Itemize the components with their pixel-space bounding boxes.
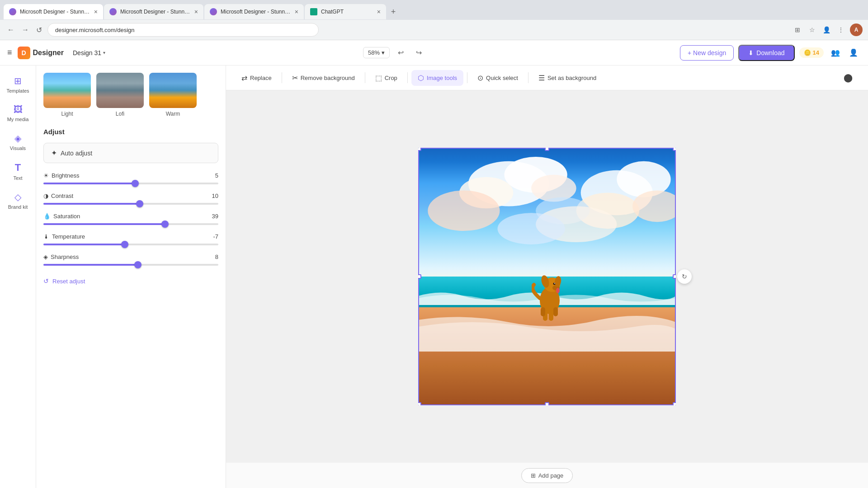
reset-adjust-button[interactable]: ↺ Reset adjust (43, 274, 218, 288)
sidebar-item-templates[interactable]: ⊞ Templates (3, 71, 33, 98)
tab-chatgpt[interactable]: ChatGPT × (305, 4, 386, 19)
browser-icons: ⊞ ☆ 👤 ⋮ A (792, 23, 863, 36)
saturation-icon: 💧 (43, 213, 51, 220)
profile-icon[interactable]: 👤 (821, 24, 832, 35)
tab-close-2[interactable]: × (194, 8, 198, 15)
remove-background-tool-button[interactable]: ✂ Remove background (286, 70, 361, 86)
brand-kit-label: Brand kit (8, 204, 28, 210)
canvas-refresh-button[interactable]: ↻ (677, 269, 692, 284)
filter-thumb-warm (149, 73, 197, 108)
crop-tool-button[interactable]: ⬚ Crop (369, 70, 404, 86)
contrast-label: ◑ Contrast (43, 192, 73, 199)
top-bar-icons: 👥 👤 (828, 46, 861, 60)
sharpness-track[interactable] (43, 264, 218, 266)
design-title-chevron: ▾ (103, 50, 105, 55)
account-icon[interactable]: 👤 (846, 46, 861, 60)
download-label: Download (756, 49, 784, 56)
left-sidebar: ⊞ Templates 🖼 My media ◈ Visuals T Text … (0, 66, 36, 488)
download-button[interactable]: ⬇ Download (738, 45, 794, 61)
sidebar-item-my-media[interactable]: 🖼 My media (3, 100, 33, 127)
filter-lofi[interactable]: Lofi (96, 73, 144, 117)
replace-tool-button[interactable]: ⇄ Replace (235, 70, 278, 86)
filter-previews: Light Lofi Warm (43, 73, 218, 117)
tab-close-1[interactable]: × (94, 8, 98, 15)
canvas-inner: ↻ (418, 148, 676, 405)
brightness-value: 5 (215, 172, 218, 179)
zoom-control[interactable]: 58% ▾ (363, 47, 390, 58)
svg-rect-18 (549, 310, 553, 321)
temperature-thumb[interactable] (121, 241, 128, 248)
sidebar-item-text[interactable]: T Text (3, 157, 33, 185)
temperature-value: -7 (213, 233, 218, 240)
extensions-icon[interactable]: ⊞ (792, 24, 803, 35)
image-tools-icon: ⬡ (418, 74, 424, 82)
undo-button[interactable]: ↩ (393, 46, 408, 60)
tab-close-3[interactable]: × (295, 8, 298, 15)
user-avatar[interactable]: A (850, 23, 863, 36)
new-tab-button[interactable]: + (387, 5, 400, 18)
tab-close-chatgpt[interactable]: × (377, 8, 381, 15)
sidebar-item-visuals[interactable]: ◈ Visuals (3, 128, 33, 155)
filter-warm[interactable]: Warm (149, 73, 197, 117)
saturation-thumb[interactable] (161, 221, 169, 228)
new-design-button[interactable]: + New design (680, 45, 734, 61)
share-icon[interactable]: 👥 (828, 46, 843, 60)
add-page-button[interactable]: ⊞ Add page (521, 468, 573, 483)
canvas-container[interactable]: ↻ ↻ (226, 90, 868, 463)
tab-ms-3[interactable]: Microsoft Designer - Stunning... × (204, 4, 304, 19)
coin-icon: 🪙 (804, 49, 811, 56)
back-button[interactable]: ← (5, 24, 16, 36)
toolbar-divider-5 (528, 72, 528, 83)
temperature-track[interactable] (43, 244, 218, 245)
toolbar-divider-3 (407, 72, 408, 83)
sharpness-header: ◈ Sharpness 8 (43, 253, 218, 260)
contrast-value: 10 (212, 192, 218, 199)
svg-point-22 (553, 282, 555, 285)
auto-adjust-button[interactable]: ✦ Auto adjust (43, 143, 218, 163)
set-bg-label: Set as background (547, 75, 596, 81)
saturation-track[interactable] (43, 223, 218, 225)
image-tools-tool-button[interactable]: ⬡ Image tools (411, 70, 463, 86)
tab-bar: Microsoft Designer - Stunning... × Micro… (0, 0, 868, 20)
logo-area[interactable]: D Designer (18, 47, 64, 59)
hamburger-menu[interactable]: ≡ (7, 48, 12, 57)
replace-label: Replace (250, 75, 272, 81)
contrast-track[interactable] (43, 203, 218, 205)
saturation-slider-group: 💧 Saturation 39 (43, 213, 218, 225)
brightness-thumb[interactable] (132, 180, 139, 187)
coin-count: 14 (813, 49, 819, 56)
canvas-image[interactable]: ↻ (418, 148, 676, 405)
tab-ms-2[interactable]: Microsoft Designer - Stunning... × (104, 4, 203, 19)
favorites-icon[interactable]: ☆ (807, 24, 817, 35)
brightness-label: ☀ Brightness (43, 172, 79, 179)
forward-button[interactable]: → (20, 24, 31, 36)
templates-label: Templates (6, 88, 29, 94)
saturation-fill (43, 223, 165, 225)
quick-select-tool-button[interactable]: ⊙ Quick select (471, 70, 524, 86)
temperature-icon: 🌡 (43, 233, 49, 240)
saturation-header: 💧 Saturation 39 (43, 213, 218, 220)
color-mode-button[interactable]: ⬤ (837, 69, 859, 86)
redo-button[interactable]: ↪ (411, 46, 426, 60)
design-title-text: Design 31 (73, 49, 101, 56)
address-input[interactable] (47, 23, 319, 37)
address-bar: ← → ↺ ⊞ ☆ 👤 ⋮ A (0, 20, 868, 40)
brightness-track[interactable] (43, 183, 218, 184)
contrast-slider-group: ◑ Contrast 10 (43, 192, 218, 205)
sharpness-thumb[interactable] (134, 261, 142, 268)
zoom-value: 58% (368, 49, 380, 56)
text-icon: T (15, 162, 21, 174)
coin-badge: 🪙 14 (799, 47, 824, 58)
settings-icon[interactable]: ⋮ (835, 24, 846, 35)
design-title[interactable]: Design 31 ▾ (69, 47, 109, 58)
toolbar-divider-1 (282, 72, 282, 83)
contrast-fill (43, 203, 140, 205)
refresh-icon: ↻ (682, 273, 687, 280)
set-as-background-tool-button[interactable]: ☰ Set as background (532, 70, 603, 86)
sharpness-slider-group: ◈ Sharpness 8 (43, 253, 218, 266)
tab-ms-1[interactable]: Microsoft Designer - Stunning... × (4, 4, 103, 19)
filter-light[interactable]: Light (43, 73, 91, 117)
contrast-thumb[interactable] (136, 200, 143, 207)
sidebar-item-brand-kit[interactable]: ◇ Brand kit (3, 187, 33, 214)
reload-button[interactable]: ↺ (34, 24, 44, 36)
